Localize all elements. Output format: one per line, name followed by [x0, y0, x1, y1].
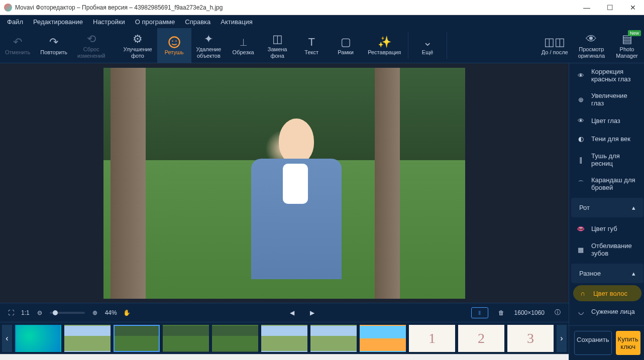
- redo-label: Повторить: [40, 49, 67, 56]
- panel-section-mouth[interactable]: Рот ▴: [571, 198, 643, 217]
- photo-manager-button[interactable]: New ▤ Photo Manager: [610, 28, 644, 63]
- remove-objects-button[interactable]: ✦ Удаление объектов: [191, 28, 227, 63]
- panel-item-eyebrow[interactable]: ⌒ Карандаш для бровей: [569, 172, 644, 196]
- panel-item-label: Тушь для ресниц: [591, 152, 638, 167]
- text-label: Текст: [304, 49, 318, 56]
- panel-section-label: Разное: [579, 270, 601, 277]
- panel-item-hair-color[interactable]: ∩ Цвет волос: [573, 285, 641, 301]
- retouch-icon: [167, 35, 181, 49]
- reset-button[interactable]: ⟲ Сброс изменений: [72, 28, 110, 63]
- panel-footer: Сохранить Купить ключ: [569, 325, 644, 360]
- close-button[interactable]: ✕: [626, 3, 640, 13]
- zoom-out-button[interactable]: ⊖: [34, 307, 46, 319]
- panel-item-label: Тени для век: [591, 135, 630, 143]
- horizontal-scrollbar[interactable]: [0, 354, 569, 360]
- menubar: Файл Редактирование Настройки О программ…: [0, 15, 644, 28]
- teeth-icon: ▦: [576, 245, 585, 254]
- save-button[interactable]: Сохранить: [574, 331, 612, 355]
- enhance-button[interactable]: ⚙ Улучшение фото: [118, 28, 157, 63]
- text-button[interactable]: T Текст: [294, 28, 329, 63]
- crop-button[interactable]: ⟂ Обрезка: [226, 28, 260, 63]
- eye-icon: 👁: [586, 32, 597, 46]
- before-after-icon: ◫◫: [544, 35, 565, 49]
- menu-about[interactable]: О программе: [131, 17, 179, 27]
- panel-item-eye-color[interactable]: 👁 Цвет глаз: [569, 111, 644, 130]
- undo-button[interactable]: ↶ Отменить: [0, 28, 35, 63]
- fullscreen-button[interactable]: ⛶: [5, 307, 17, 319]
- panel-item-lip-color[interactable]: 👄 Цвет губ: [569, 219, 644, 237]
- filmstrip: ‹ 1 2 3 ›: [0, 322, 569, 354]
- zoom-percent-label: 44%: [105, 309, 117, 316]
- panel-item-label: Коррекция красных глаз: [591, 68, 638, 83]
- panel-item-label: Цвет волос: [593, 290, 627, 297]
- view-original-label: Просмотр оригинала: [578, 46, 605, 59]
- panel-item-enlarge-eyes[interactable]: ⊕ Увеличение глаз: [569, 87, 644, 111]
- eyebrow-icon: ⌒: [576, 179, 585, 188]
- fit-1-1-button[interactable]: 1:1: [21, 309, 30, 316]
- canvas[interactable]: [0, 63, 569, 303]
- filmstrip-thumb[interactable]: [15, 325, 61, 352]
- compare-button[interactable]: ⫴: [471, 307, 488, 318]
- redo-button[interactable]: ↷ Повторить: [35, 28, 72, 63]
- replace-bg-label: Замена фона: [268, 46, 287, 59]
- panel-item-red-eye[interactable]: 👁 Коррекция красных глаз: [569, 63, 644, 87]
- text-icon: T: [308, 35, 314, 49]
- filmstrip-thumb[interactable]: 1: [409, 325, 455, 352]
- filmstrip-thumb[interactable]: [310, 325, 357, 352]
- hand-tool-button[interactable]: ✋: [121, 307, 133, 319]
- filmstrip-thumb[interactable]: 3: [507, 325, 554, 352]
- maximize-button[interactable]: ☐: [603, 3, 617, 13]
- enlarge-icon: ⊕: [576, 95, 585, 104]
- replace-bg-button[interactable]: ◫ Замена фона: [260, 28, 294, 63]
- crop-label: Обрезка: [233, 49, 254, 56]
- svg-point-2: [175, 41, 176, 42]
- menu-activation[interactable]: Активация: [217, 17, 256, 27]
- eyeshadow-icon: ◐: [576, 134, 585, 143]
- retouch-button[interactable]: Ретушь: [157, 28, 191, 63]
- chevron-up-icon: ▴: [632, 270, 635, 277]
- panel-item-label: Цвет глаз: [591, 117, 620, 125]
- filmstrip-thumb[interactable]: [163, 325, 209, 352]
- zoom-in-button[interactable]: ⊕: [89, 307, 101, 319]
- prev-image-button[interactable]: ◀: [286, 307, 298, 319]
- panel-item-label: Цвет губ: [591, 225, 617, 232]
- restoration-button[interactable]: ✨ Реставрация: [363, 28, 406, 63]
- filmstrip-thumb[interactable]: [261, 325, 307, 352]
- menu-help[interactable]: Справка: [181, 17, 214, 27]
- panel-section-misc[interactable]: Разное ▴: [571, 264, 643, 283]
- filmstrip-next-button[interactable]: ›: [557, 325, 567, 352]
- filmstrip-thumb[interactable]: 2: [458, 325, 504, 352]
- canvas-area: ⛶ 1:1 ⊖ ⊕ 44% ✋ ◀ ▶ ⫴ 🗑 1600×1060 ⓘ ‹: [0, 63, 569, 360]
- panel-item-eyeshadow[interactable]: ◐ Тени для век: [569, 130, 644, 148]
- filmstrip-thumb[interactable]: [64, 325, 111, 352]
- zoom-slider[interactable]: [50, 312, 85, 314]
- reset-label: Сброс изменений: [77, 46, 105, 59]
- minimize-button[interactable]: —: [580, 3, 594, 13]
- photo-manager-label: Photo Manager: [616, 46, 637, 59]
- filmstrip-thumb[interactable]: [212, 325, 258, 352]
- before-after-label: До / после: [542, 49, 568, 56]
- view-original-button[interactable]: 👁 Просмотр оригинала: [573, 28, 610, 63]
- menu-edit[interactable]: Редактирование: [29, 17, 87, 27]
- chevron-up-icon: ▴: [632, 204, 635, 211]
- remove-objects-label: Удаление объектов: [196, 46, 222, 59]
- panel-item-face-slim[interactable]: ◡ Сужение лица: [569, 302, 644, 320]
- before-after-button[interactable]: ◫◫ До / после: [536, 28, 573, 63]
- filmstrip-thumb[interactable]: [360, 325, 406, 352]
- right-panel: 👁 Коррекция красных глаз ⊕ Увеличение гл…: [569, 63, 644, 360]
- next-image-button[interactable]: ▶: [306, 307, 318, 319]
- menu-settings[interactable]: Настройки: [89, 17, 129, 27]
- filmstrip-prev-button[interactable]: ‹: [2, 325, 12, 352]
- buy-key-button[interactable]: Купить ключ: [616, 331, 640, 355]
- panel-item-mascara[interactable]: ‖ Тушь для ресниц: [569, 148, 644, 172]
- redo-icon: ↷: [49, 35, 58, 49]
- frames-button[interactable]: ▢ Рамки: [329, 28, 363, 63]
- panel-item-reshape[interactable]: ⬚ Изменение формы: [569, 320, 644, 325]
- panel-item-teeth-whitening[interactable]: ▦ Отбеливание зубов: [569, 237, 644, 262]
- delete-button[interactable]: 🗑: [495, 307, 507, 319]
- filmstrip-thumb[interactable]: [114, 325, 160, 352]
- menu-file[interactable]: Файл: [3, 17, 27, 27]
- more-button[interactable]: ⌄ Ещё: [410, 28, 445, 63]
- info-button[interactable]: ⓘ: [552, 307, 564, 319]
- chevron-down-icon: ⌄: [423, 35, 432, 49]
